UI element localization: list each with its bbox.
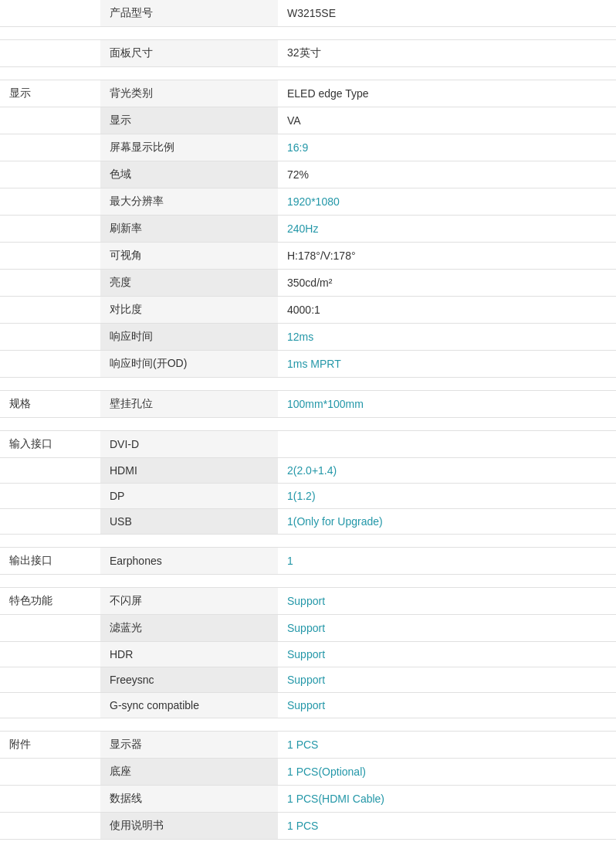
category-cell: 输出接口 [0,548,100,575]
value-cell: H:178°/V:178° [278,243,616,270]
value-cell: 350cd/m² [278,270,616,297]
value-cell: 100mm*100mm [278,391,616,418]
value-cell: 1 PCS [278,813,616,840]
category-cell [0,270,100,297]
value-cell [278,431,616,458]
table-row: 响应时间(开OD) 1ms MPRT [0,351,616,378]
category-cell [0,786,100,813]
label-cell: 使用说明书 [100,813,278,840]
category-cell [0,615,100,642]
label-cell: 响应时间(开OD) [100,351,278,378]
table-row: 可视角 H:178°/V:178° [0,243,616,270]
label-cell: DVI-D [100,431,278,458]
table-row: 面板尺寸 32英寸 [0,40,616,67]
spec-table: 产品型号 W3215SE 面板尺寸 32英寸 显示 背光类别 ELED edge… [0,0,616,840]
table-row: HDR Support [0,642,616,667]
table-row: G-sync compatible Support [0,693,616,718]
category-cell [0,40,100,67]
category-cell [0,324,100,351]
category-cell [0,759,100,786]
category-cell: 输入接口 [0,431,100,458]
label-cell: USB [100,509,278,535]
category-cell [0,243,100,270]
table-row: USB 1(Only for Upgrade) [0,509,616,535]
value-cell: 1 PCS [278,732,616,759]
category-cell [0,161,100,188]
label-cell: 底座 [100,759,278,786]
label-cell: 面板尺寸 [100,40,278,67]
category-cell [0,297,100,324]
label-cell: DP [100,484,278,509]
label-cell: 滤蓝光 [100,615,278,642]
table-row: 亮度 350cd/m² [0,270,616,297]
value-cell: ELED edge Type [278,80,616,107]
label-cell: 显示器 [100,732,278,759]
value-cell: 2(2.0+1.4) [278,458,616,484]
value-cell: VA [278,107,616,134]
value-cell: 1(Only for Upgrade) [278,509,616,535]
value-cell: Support [278,667,616,693]
spacer-row [0,575,616,588]
category-cell [0,351,100,378]
value-cell: 1ms MPRT [278,351,616,378]
table-row: 产品型号 W3215SE [0,0,616,27]
label-cell: 不闪屏 [100,588,278,615]
category-cell [0,458,100,484]
value-cell: W3215SE [278,0,616,27]
label-cell: 对比度 [100,297,278,324]
category-cell [0,107,100,134]
spacer-row [0,535,616,548]
value-cell: 1(1.2) [278,484,616,509]
label-cell: Earphones [100,548,278,575]
spacer-row [0,67,616,80]
label-cell: 数据线 [100,786,278,813]
category-cell [0,667,100,693]
label-cell: 显示 [100,107,278,134]
label-cell: 响应时间 [100,324,278,351]
table-row: 响应时间 12ms [0,324,616,351]
spacer-row [0,378,616,391]
category-cell: 特色功能 [0,588,100,615]
label-cell: Freeysnc [100,667,278,693]
table-row: 显示 背光类别 ELED edge Type [0,80,616,107]
label-cell: 色域 [100,161,278,188]
category-cell [0,188,100,216]
table-row: 底座 1 PCS(Optional) [0,759,616,786]
category-cell [0,134,100,161]
table-row: 输入接口 DVI-D [0,431,616,458]
category-cell [0,0,100,27]
spacer-row [0,418,616,431]
table-row: 屏幕显示比例 16:9 [0,134,616,161]
table-row: HDMI 2(2.0+1.4) [0,458,616,484]
category-cell [0,693,100,718]
table-row: 最大分辨率 1920*1080 [0,188,616,216]
value-cell: 1 [278,548,616,575]
table-row: 规格 壁挂孔位 100mm*100mm [0,391,616,418]
label-cell: HDR [100,642,278,667]
label-cell: 最大分辨率 [100,188,278,216]
label-cell: 产品型号 [100,0,278,27]
category-cell [0,484,100,509]
category-cell: 附件 [0,732,100,759]
category-cell [0,642,100,667]
value-cell: Support [278,588,616,615]
value-cell: 1 PCS(Optional) [278,759,616,786]
table-row: 刷新率 240Hz [0,216,616,243]
value-cell: 16:9 [278,134,616,161]
value-cell: 32英寸 [278,40,616,67]
label-cell: 刷新率 [100,216,278,243]
table-row: 显示 VA [0,107,616,134]
label-cell: HDMI [100,458,278,484]
table-row: 附件 显示器 1 PCS [0,732,616,759]
value-cell: 12ms [278,324,616,351]
table-row: 数据线 1 PCS(HDMI Cable) [0,786,616,813]
table-row: DP 1(1.2) [0,484,616,509]
value-cell: Support [278,642,616,667]
spacer-row [0,27,616,40]
value-cell: 1920*1080 [278,188,616,216]
category-cell: 显示 [0,80,100,107]
label-cell: 可视角 [100,243,278,270]
value-cell: 72% [278,161,616,188]
spacer-row [0,718,616,732]
category-cell [0,509,100,535]
